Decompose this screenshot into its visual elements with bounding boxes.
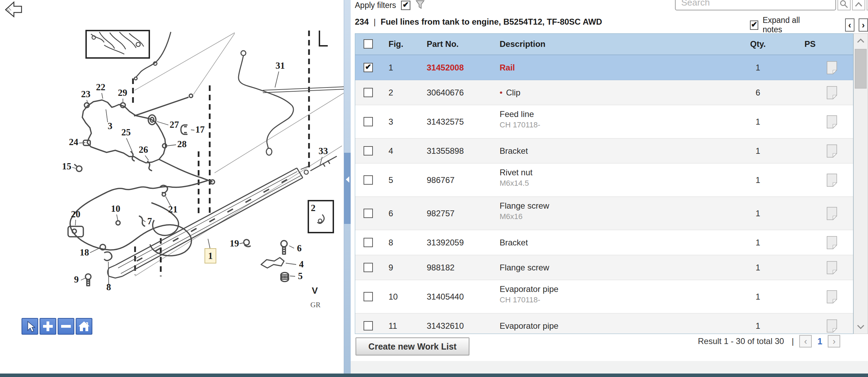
diagram-callout-24[interactable]: 24 [69, 137, 78, 147]
diagram-callout-15[interactable]: 15 [62, 161, 72, 171]
create-worklist-button[interactable]: Create new Work List [356, 337, 469, 355]
tool-zoom-out-button[interactable] [58, 318, 74, 335]
ps-note-button[interactable] [827, 261, 837, 276]
column-header-description[interactable]: Description [500, 34, 545, 55]
splitter-grip[interactable] [344, 153, 351, 224]
ps-note-button[interactable] [827, 319, 837, 334]
ps-note-button[interactable] [827, 61, 837, 76]
diagram-callout-9[interactable]: 9 [74, 274, 79, 285]
diagram-callout-31[interactable]: 31 [276, 60, 285, 71]
table-row[interactable]: 6982757Flange screwM6x161 [355, 197, 853, 230]
diagram-callout-8[interactable]: 8 [106, 282, 111, 292]
scroll-down-icon[interactable] [854, 320, 868, 333]
diagram-callout-21[interactable]: 21 [168, 204, 178, 215]
pagination-page-current[interactable]: 1 [817, 336, 822, 346]
scrollbar-thumb[interactable] [855, 49, 867, 89]
ps-note-button[interactable] [827, 86, 837, 101]
column-header-fig[interactable]: Fig. [389, 34, 403, 55]
part-number-cell[interactable]: 31355898 [427, 146, 464, 156]
diagram-callout-17[interactable]: 17 [195, 124, 205, 135]
table-row[interactable]: 230640676•Clip6 [355, 80, 853, 105]
scroll-up-icon[interactable] [854, 34, 868, 47]
table-row[interactable]: 131452008Rail1 [355, 55, 853, 80]
table-row[interactable]: 331432575Feed lineCH 170118-1 [355, 105, 853, 139]
row-checkbox[interactable] [364, 238, 373, 247]
back-button[interactable] [6, 2, 22, 17]
row-checkbox[interactable] [364, 292, 373, 301]
ps-note-button[interactable] [827, 290, 837, 305]
diagram-callout-20[interactable]: 20 [71, 209, 81, 219]
collapse-left-icon[interactable] [346, 176, 349, 183]
row-checkbox[interactable] [364, 88, 373, 97]
row-checkbox[interactable] [364, 321, 373, 330]
diagram-callout-27[interactable]: 27 [170, 119, 179, 130]
panel-splitter[interactable] [344, 0, 351, 377]
search-go-button[interactable] [837, 0, 851, 10]
diagram-callout-19[interactable]: 19 [230, 238, 239, 249]
part-number-cell[interactable]: 31392059 [427, 238, 464, 248]
apply-filters-checkbox[interactable] [401, 1, 410, 10]
row-checkbox[interactable] [364, 146, 373, 156]
ps-note-button[interactable] [827, 144, 837, 159]
table-row[interactable]: 1131432610Evaporator pipe1 [355, 313, 853, 334]
part-number-cell[interactable]: 988182 [427, 263, 454, 273]
column-header-part[interactable]: Part No. [427, 34, 459, 55]
diagram-callout-18[interactable]: 18 [80, 247, 89, 258]
part-number-cell[interactable]: 31432575 [427, 117, 464, 127]
table-row[interactable]: 431355898Bracket1 [355, 139, 853, 164]
diagram-callout-25[interactable]: 25 [122, 127, 131, 137]
diagram-callout-5[interactable]: 5 [298, 271, 303, 281]
ps-note-button[interactable] [827, 174, 837, 188]
row-checkbox[interactable] [364, 263, 373, 272]
row-checkbox[interactable] [364, 175, 373, 185]
tool-zoom-in-button[interactable] [40, 318, 56, 335]
part-number-cell[interactable]: 30640676 [427, 88, 464, 98]
qty-cell: 1 [734, 209, 782, 218]
column-header-qty[interactable]: Qty. [734, 34, 782, 55]
diagram-callout-28[interactable]: 28 [177, 139, 187, 149]
part-number-cell[interactable]: 31452008 [427, 63, 464, 73]
footer-band [351, 361, 868, 374]
notes-next-button[interactable]: › [859, 18, 868, 32]
search-prev-button[interactable] [852, 0, 865, 10]
tool-home-button[interactable] [76, 318, 92, 335]
search-input[interactable] [675, 0, 836, 10]
diagram-callout-26[interactable]: 26 [139, 144, 148, 155]
row-checkbox[interactable] [364, 63, 373, 72]
diagram-callout-23[interactable]: 23 [81, 89, 91, 99]
column-header-ps[interactable]: PS [795, 34, 825, 55]
table-row[interactable]: 831392059Bracket1 [355, 230, 853, 255]
pagination-next-button[interactable]: › [828, 335, 840, 347]
table-scrollbar[interactable] [853, 33, 868, 334]
expand-all-notes-checkbox[interactable] [750, 20, 758, 30]
table-row[interactable]: 9988182Flange screw1 [355, 255, 853, 280]
table-row[interactable]: 5986767Rivet nutM6x14.51 [355, 164, 853, 197]
part-number-cell[interactable]: 31432610 [427, 321, 464, 331]
section-number: 234 [355, 17, 369, 27]
diagram-callout-10[interactable]: 10 [111, 203, 120, 214]
search-next-button[interactable] [867, 0, 868, 10]
diagram-callout-3[interactable]: 3 [108, 121, 112, 131]
part-number-cell[interactable]: 986767 [427, 175, 454, 185]
ps-note-button[interactable] [827, 115, 837, 130]
diagram-callout-7[interactable]: 7 [147, 216, 152, 226]
diagram-callout-22[interactable]: 22 [96, 82, 106, 92]
diagram-callout-4[interactable]: 4 [299, 259, 304, 269]
tool-cursor-button[interactable] [22, 318, 38, 335]
diagram-callout-29[interactable]: 29 [118, 87, 127, 98]
notes-prev-button[interactable]: ‹ [845, 18, 854, 32]
ps-note-button[interactable] [827, 207, 837, 221]
pagination-prev-button[interactable]: ‹ [799, 335, 812, 347]
row-checkbox[interactable] [364, 117, 373, 126]
row-checkbox[interactable] [364, 209, 373, 218]
part-number-cell[interactable]: 982757 [427, 209, 454, 218]
qty-cell: 1 [734, 63, 782, 73]
diagram-callout-2[interactable]: 2 [311, 203, 316, 213]
table-row[interactable]: 1031405440Evaporator pipeCH 170118-1 [355, 280, 853, 313]
diagram-callout-33[interactable]: 33 [319, 146, 328, 156]
ps-note-button[interactable] [827, 236, 837, 251]
diagram-callout-1[interactable]: 1 [208, 251, 213, 261]
diagram-callout-6[interactable]: 6 [297, 243, 302, 253]
select-all-checkbox[interactable] [364, 39, 373, 49]
part-number-cell[interactable]: 31405440 [427, 292, 464, 302]
